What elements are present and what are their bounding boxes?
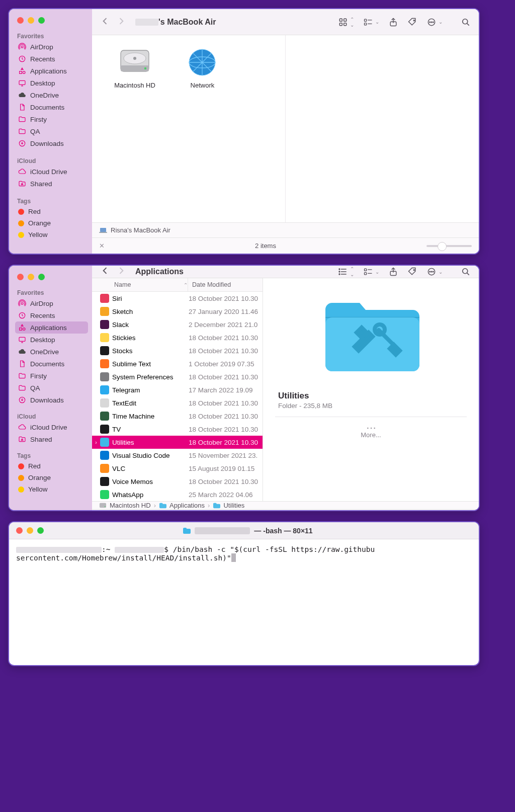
minimize-window-button[interactable] [28, 17, 34, 24]
list-item-stocks[interactable]: Stocks 18 October 2021 10.30 [92, 344, 263, 357]
group-button[interactable]: ⌄ [363, 17, 379, 27]
sidebar-item-firsty[interactable]: Firsty [15, 113, 88, 125]
list-item-vlc[interactable]: VLC 15 August 2019 01.15 [92, 462, 263, 475]
sidebar-item-recents[interactable]: Recents [15, 309, 88, 321]
share-button[interactable] [388, 267, 398, 277]
back-button[interactable] [100, 266, 110, 278]
icon-view-button[interactable]: ⌃⌄ [338, 17, 354, 28]
sidebar-item-shared[interactable]: Shared [15, 433, 88, 445]
list-item-utilities[interactable]: › Utilities 18 October 2021 10.30 [92, 436, 263, 449]
list-item-sketch[interactable]: Sketch 27 January 2020 11.46 [92, 305, 263, 318]
close-window-button[interactable] [16, 527, 23, 534]
forward-button[interactable] [116, 16, 126, 28]
item-name: Utilities [112, 439, 187, 446]
list-item-stickies[interactable]: Stickies 18 October 2021 10.30 [92, 331, 263, 344]
sidebar-item-qa[interactable]: QA [15, 382, 88, 394]
sidebar-item-airdrop[interactable]: AirDrop [15, 297, 88, 309]
sidebar-item-onedrive[interactable]: OneDrive [15, 89, 88, 101]
actions-button[interactable]: ⌄ [426, 267, 443, 277]
list-item-sublime-text[interactable]: Sublime Text 1 October 2019 07.35 [92, 357, 263, 370]
sidebar-item-airdrop[interactable]: AirDrop [15, 41, 88, 53]
item-date: 15 August 2019 01.15 [187, 465, 263, 472]
search-button[interactable] [461, 17, 471, 27]
location-network[interactable]: Network [169, 47, 235, 89]
actions-button[interactable]: ⌄ [426, 17, 443, 27]
network-icon [187, 47, 217, 77]
list-item-time-machine[interactable]: Time Machine 18 October 2021 10.30 [92, 410, 263, 423]
sidebar-item-recents[interactable]: Recents [15, 53, 88, 65]
list-item-visual-studio-code[interactable]: Visual Studio Code 15 November 2021 23. [92, 449, 263, 462]
sidebar-item-firsty[interactable]: Firsty [15, 370, 88, 382]
sidebar-item-applications[interactable]: Applications [15, 65, 88, 77]
sidebar-tag-orange[interactable]: Orange [15, 472, 88, 483]
list-item-telegram[interactable]: Telegram 17 March 2022 19.09 [92, 383, 263, 396]
minimize-window-button[interactable] [27, 527, 33, 534]
svg-rect-9 [365, 19, 367, 21]
minimize-window-button[interactable] [28, 274, 34, 280]
search-button[interactable] [461, 267, 471, 277]
zoom-window-button[interactable] [37, 527, 44, 534]
column-name[interactable]: Name⌃ [92, 278, 188, 291]
folder-icon [213, 502, 220, 509]
forward-button[interactable] [116, 266, 126, 278]
sidebar-item-desktop[interactable]: Desktop [15, 77, 88, 89]
sidebar-item-shared[interactable]: Shared [15, 178, 88, 190]
sidebar-section-favorites: Favorites [15, 287, 88, 297]
shared-icon [18, 435, 26, 443]
path-crumb[interactable]: Utilities [223, 502, 244, 509]
sidebar-item-onedrive[interactable]: OneDrive [15, 346, 88, 358]
path-bar[interactable]: Risna's MacBook Air [92, 222, 479, 237]
path-crumb[interactable]: Applications [169, 502, 205, 509]
ellipsis-icon: ⋯ [275, 424, 467, 431]
group-button[interactable]: ⌄ [363, 267, 379, 277]
list-item-siri[interactable]: Siri 18 October 2021 10.30 [92, 292, 263, 305]
item-name: TextEdit [112, 399, 187, 407]
icon-view[interactable]: Macintosh HD Network [92, 35, 479, 222]
sidebar-item-applications[interactable]: Applications [15, 321, 88, 334]
volume-macintosh-hd[interactable]: Macintosh HD [102, 47, 167, 89]
sidebar-item-downloads[interactable]: Downloads [15, 137, 88, 149]
item-label: Network [191, 82, 215, 89]
tags-button[interactable] [407, 17, 417, 27]
list-item-voice-memos[interactable]: Voice Memos 18 October 2021 10.30 [92, 475, 263, 488]
terminal-body[interactable]: :~ $ /bin/bash -c "$(curl -fsSL https://… [9, 539, 479, 665]
sidebar-tag-yellow[interactable]: Yellow [15, 483, 88, 495]
icon-size-slider[interactable] [426, 245, 472, 247]
column-date-modified[interactable]: Date Modified [188, 278, 263, 291]
zoom-window-button[interactable] [38, 17, 45, 24]
close-window-button[interactable] [17, 17, 24, 24]
sidebar-section-favorites: Favorites [15, 31, 88, 41]
list-item-whatsapp[interactable]: WhatsApp 25 March 2022 04.06 [92, 488, 263, 501]
item-name: Time Machine [112, 413, 187, 420]
path-bar[interactable]: Macintosh HD › Applications › Utilities [92, 501, 479, 509]
sidebar-tag-yellow[interactable]: Yellow [15, 229, 88, 240]
zoom-window-button[interactable] [38, 274, 45, 280]
list-view-button[interactable]: ⌃⌄ [338, 266, 354, 277]
item-name: Sublime Text [112, 360, 187, 368]
sidebar-item-documents[interactable]: Documents [15, 358, 88, 370]
close-window-button[interactable] [17, 274, 24, 280]
sidebar-tag-red[interactable]: Red [15, 460, 88, 472]
sidebar-item-icloud-drive[interactable]: iCloud Drive [15, 166, 88, 178]
list-item-tv[interactable]: TV 18 October 2021 10.30 [92, 423, 263, 436]
list-item-system-preferences[interactable]: System Preferences 18 October 2021 10.30 [92, 370, 263, 383]
folder-icon [18, 115, 26, 123]
sidebar-item-qa[interactable]: QA [15, 125, 88, 137]
back-button[interactable] [100, 16, 110, 28]
share-button[interactable] [388, 17, 398, 27]
window-controls [15, 271, 88, 287]
close-pathbar-button[interactable]: ✕ [99, 242, 105, 250]
list-item-textedit[interactable]: TextEdit 18 October 2021 10.30 [92, 396, 263, 410]
sidebar-item-desktop[interactable]: Desktop [15, 334, 88, 346]
item-name: TV [112, 426, 187, 433]
sidebar-item-icloud-drive[interactable]: iCloud Drive [15, 421, 88, 433]
sidebar-item-documents[interactable]: Documents [15, 101, 88, 113]
preview-more[interactable]: ⋯ More... [275, 417, 467, 439]
sidebar-tag-red[interactable]: Red [15, 206, 88, 217]
sidebar-item-downloads[interactable]: Downloads [15, 394, 88, 406]
path-crumb[interactable]: Macintosh HD [110, 502, 151, 509]
cloud-black-icon [18, 348, 26, 356]
tags-button[interactable] [407, 267, 417, 277]
list-item-slack[interactable]: Slack 2 December 2021 21.0 [92, 318, 263, 331]
sidebar-tag-orange[interactable]: Orange [15, 217, 88, 229]
